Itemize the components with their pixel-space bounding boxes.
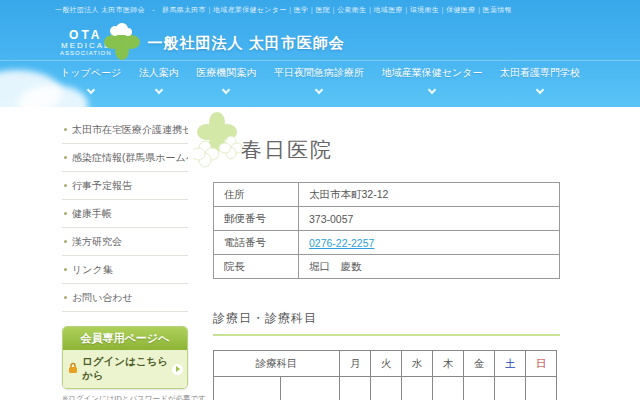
sidebar-item-health-notebook[interactable]: 健康手帳	[62, 200, 188, 228]
info-value: 0276-22-2257	[299, 231, 560, 255]
day-header-sat: 土	[495, 351, 526, 377]
sidebar: 太田市在宅医療介護連携センター 感染症情報(群馬県ホームページ) 行事予定報告 …	[62, 116, 188, 400]
clover-logo-icon	[104, 22, 140, 64]
sidebar-item-links[interactable]: リンク集	[62, 256, 188, 284]
bullet-icon	[64, 212, 67, 215]
nav-item-night-clinic[interactable]: 平日夜間急病診療所	[274, 66, 364, 93]
page-title: 春日医院	[241, 136, 333, 164]
phone-link[interactable]: 0276-22-2257	[309, 237, 374, 249]
meta-keywords-bar: 一般社団法人 太田市医師会 - 群馬県太田市｜地域産業保健センター｜医学｜医院｜…	[55, 5, 512, 15]
nav-label: 医療機関案内	[196, 66, 256, 80]
logo[interactable]: OTA MEDICAL ASSOCIATION 一般社団法人	[60, 22, 345, 64]
login-button[interactable]: ログインはこちらから	[63, 350, 187, 388]
schedule-cell	[371, 377, 402, 400]
schedule-table: 診療科目 月 火 水 木 金 土 日	[213, 350, 557, 400]
table-row	[214, 377, 557, 400]
site-header: 一般社団法人 太田市医師会 - 群馬県太田市｜地域産業保健センター｜医学｜医院｜…	[0, 0, 640, 107]
login-note: ※ログインにはIDとパスワードが必要です	[62, 394, 188, 400]
nav-label: トップページ	[60, 66, 121, 80]
info-label: 住所	[214, 183, 299, 207]
member-login-box: 会員専用ページへ ログインはこちらから	[62, 326, 188, 389]
nav-item-corporate[interactable]: 法人案内	[139, 66, 179, 93]
sidebar-item-label: 漢方研究会	[72, 235, 122, 249]
table-row: 診療科目 月 火 水 木 金 土 日	[214, 351, 557, 377]
sidebar-item-infection-info[interactable]: 感染症情報(群馬県ホームページ)	[62, 144, 188, 172]
main-nav: トップページ 法人案内 医療機関案内 平日夜間急病診療所 地域産業保健センター …	[60, 66, 580, 93]
schedule-cell	[340, 377, 371, 400]
sidebar-item-contact[interactable]: お問い合わせ	[62, 284, 188, 312]
bullet-icon	[64, 296, 67, 299]
sidebar-item-kampo-society[interactable]: 漢方研究会	[62, 228, 188, 256]
table-row: 電話番号 0276-22-2257	[214, 231, 560, 255]
day-header-tue: 火	[371, 351, 402, 377]
chevron-down-icon	[86, 86, 94, 94]
schedule-cell	[433, 377, 464, 400]
bullet-icon	[64, 128, 67, 131]
table-row: 院長 堀口 慶数	[214, 255, 560, 279]
info-label: 電話番号	[214, 231, 299, 255]
day-header-thu: 木	[433, 351, 464, 377]
sidebar-item-label: 太田市在宅医療介護連携センター	[72, 123, 188, 137]
sidebar-item-label: リンク集	[72, 263, 113, 277]
table-row: 住所 太田市本町32-12	[214, 183, 560, 207]
nav-label: 法人案内	[139, 66, 179, 80]
sidebar-item-label: 行事予定報告	[72, 179, 132, 193]
nav-item-institutions[interactable]: 医療機関案内	[196, 66, 256, 93]
arrow-circle-icon	[172, 364, 183, 375]
chevron-down-icon	[155, 86, 163, 94]
info-value: 373-0057	[299, 207, 560, 231]
site-title: 一般社団法人 太田市医師会	[148, 34, 345, 53]
day-header-fri: 金	[464, 351, 495, 377]
schedule-section-heading: 診療日・診療科目	[213, 310, 317, 327]
info-value: 太田市本町32-12	[299, 183, 560, 207]
chevron-down-icon	[315, 86, 323, 94]
info-value: 堀口 慶数	[299, 255, 560, 279]
table-row: 郵便番号 373-0057	[214, 207, 560, 231]
schedule-cell	[464, 377, 495, 400]
info-label: 院長	[214, 255, 299, 279]
info-label: 郵便番号	[214, 207, 299, 231]
sidebar-item-label: 健康手帳	[72, 207, 112, 221]
chevron-down-icon	[222, 86, 230, 94]
sidebar-item-home-care-center[interactable]: 太田市在宅医療介護連携センター	[62, 116, 188, 144]
header-divider	[0, 60, 640, 61]
sidebar-item-label: 感染症情報(群馬県ホームページ)	[72, 151, 188, 165]
bullet-icon	[64, 156, 67, 159]
lock-icon	[67, 360, 79, 378]
day-header-sun: 日	[526, 351, 557, 377]
bullet-icon	[64, 240, 67, 243]
schedule-cell	[526, 377, 557, 400]
clinic-info-table: 住所 太田市本町32-12 郵便番号 373-0057 電話番号 0276-22…	[213, 182, 560, 279]
bullet-icon	[64, 184, 67, 187]
sidebar-item-label: お問い合わせ	[72, 291, 133, 305]
chevron-down-icon	[428, 86, 436, 94]
clover-flower-icon	[193, 112, 245, 174]
schedule-cell	[495, 377, 526, 400]
nav-label: 地域産業保健センター	[382, 66, 483, 80]
day-header-wed: 水	[402, 351, 433, 377]
section-underline	[213, 334, 560, 336]
nav-label: 太田看護専門学校	[500, 66, 580, 80]
day-header-mon: 月	[340, 351, 371, 377]
bullet-icon	[64, 268, 67, 271]
schedule-cell	[402, 377, 433, 400]
login-label: ログインはこちらから	[82, 355, 168, 383]
sidebar-item-event-schedule[interactable]: 行事予定報告	[62, 172, 188, 200]
schedule-subject-header: 診療科目	[214, 351, 340, 377]
nav-item-health-center[interactable]: 地域産業保健センター	[382, 66, 483, 93]
nav-label: 平日夜間急病診療所	[274, 66, 364, 80]
schedule-cell	[281, 377, 340, 400]
nav-item-nursing-school[interactable]: 太田看護専門学校	[500, 66, 580, 93]
member-page-header[interactable]: 会員専用ページへ	[63, 327, 187, 350]
schedule-cell	[214, 377, 281, 400]
chevron-down-icon	[536, 86, 544, 94]
